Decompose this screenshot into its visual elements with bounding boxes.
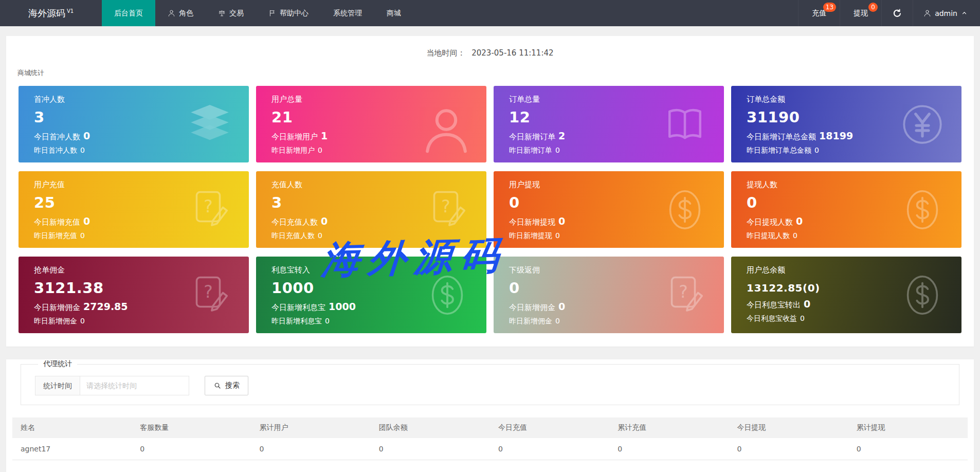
svg-text:?: ? — [204, 196, 213, 216]
stat-card-sub-rebate: 下级返佣0今日新增佣金0昨日新增佣金0? — [494, 257, 724, 333]
stat-card-today-label: 今日新增提现 — [509, 217, 555, 227]
stat-card-yesterday: 昨日新增佣金0 — [34, 317, 249, 326]
yuan-icon — [901, 103, 944, 146]
column-header: 累计充值 — [609, 417, 729, 438]
stat-card-today-value: 2 — [558, 130, 565, 141]
time-filter-label: 统计时间 — [35, 376, 80, 395]
search-icon — [213, 382, 222, 390]
stat-card-today-label: 今日首冲人数 — [34, 132, 80, 142]
stat-card-today-value: 0 — [796, 215, 803, 227]
dollar-icon — [426, 274, 469, 317]
brand-version: V1 — [67, 8, 74, 14]
table-cell: 0 — [490, 438, 609, 460]
user-menu[interactable]: admin — [913, 0, 980, 26]
section-title: 商城统计 — [17, 68, 974, 78]
stat-card-today-label: 今日新增佣金 — [509, 303, 555, 313]
column-header: 今日充值 — [490, 417, 609, 438]
stat-card-today-label: 今日新增利息宝 — [271, 303, 325, 313]
stat-card-interest-transfer-in: 利息宝转入1000今日新增利息宝1000昨日新增利息宝0 — [256, 257, 486, 333]
withdraw-button[interactable]: 提现 0 — [840, 0, 881, 26]
stat-card-today-label: 今日新增订单 — [509, 132, 555, 142]
stat-card-withdraw-users: 提现人数0今日提现人数0昨日提现人数0 — [731, 171, 961, 248]
stat-card-yesterday-value: 0 — [318, 231, 322, 240]
chevron-up-icon — [961, 10, 968, 16]
stat-card-order-total-amount: 订单总金额31190今日新增订单总金额18199昨日新增订单总金额0 — [731, 86, 961, 162]
table-cell: 0 — [609, 438, 729, 460]
nav-item-trade[interactable]: 交易 — [206, 0, 256, 26]
stat-card-user-total-balance: 用户总余额13122.85(0)今日利息宝转出0今日利息宝收益0 — [731, 257, 961, 333]
brand-logo[interactable]: 海外源码 V1 — [0, 0, 102, 26]
stat-card-user-withdraw: 用户提现0今日新增提现0昨日新增提现0 — [494, 171, 724, 248]
column-header: 团队余额 — [371, 417, 490, 438]
nav-item-system-management[interactable]: 系统管理 — [321, 0, 374, 26]
time-filter-input[interactable] — [80, 376, 189, 395]
stat-card-today-value: 1 — [321, 130, 328, 141]
table-cell: 0 — [371, 438, 490, 460]
dollar-icon — [901, 274, 944, 317]
refresh-button[interactable] — [881, 0, 913, 26]
stat-card-today-label: 今日新增佣金 — [34, 303, 80, 313]
stat-card-today-value: 1000 — [329, 301, 356, 312]
table-cell: 0 — [132, 438, 251, 460]
stat-card-yesterday-value: 0 — [800, 314, 805, 322]
svg-text:?: ? — [204, 281, 213, 301]
search-button[interactable]: 搜索 — [205, 376, 248, 395]
username: admin — [935, 9, 957, 17]
stat-card-yesterday-label: 昨日新增用户 — [271, 146, 315, 155]
user-icon — [168, 9, 175, 17]
stat-card-yesterday-label: 今日利息宝收益 — [747, 314, 797, 323]
agent-stats-panel: 代理统计 统计时间 搜索 姓名客服数量累计用户团队余额今日充值累计充值今日提现累… — [6, 359, 974, 472]
stat-card-user-recharge: 用户充值25今日新增充值0昨日新增充值0? — [19, 171, 249, 248]
stat-card-today-value: 0 — [321, 215, 328, 227]
stat-card-yesterday-value: 0 — [80, 146, 85, 154]
nav-item-help-center[interactable]: 帮助中心 — [256, 0, 321, 26]
nav-item-label: 交易 — [229, 9, 244, 18]
main-menu: 后台首页角色交易帮助中心系统管理商城 — [102, 0, 413, 26]
table-cell: agnet17 — [12, 438, 132, 460]
stat-card-yesterday-value: 0 — [555, 231, 560, 240]
nav-item-label: 后台首页 — [114, 9, 143, 18]
recharge-button[interactable]: 充值 13 — [798, 0, 840, 26]
nav-item-mall[interactable]: 商城 — [374, 0, 413, 26]
flag-icon — [268, 9, 276, 17]
nav-item-home[interactable]: 后台首页 — [102, 0, 155, 26]
book-icon — [663, 103, 706, 146]
stat-card-yesterday-value: 0 — [318, 146, 322, 154]
local-time: 当地时间： 2023-05-16 11:11:42 — [6, 36, 974, 58]
stat-card-today-value: 2729.85 — [83, 301, 128, 312]
layers-icon — [188, 103, 231, 146]
file-edit-icon: ? — [188, 274, 231, 317]
nav-item-label: 商城 — [387, 9, 401, 18]
stat-card-yesterday-value: 0 — [80, 231, 85, 240]
search-button-label: 搜索 — [225, 381, 240, 390]
table-cell: 0 — [251, 438, 371, 460]
nav-item-label: 帮助中心 — [280, 9, 308, 18]
nav-item-roles[interactable]: 角色 — [155, 0, 206, 26]
stat-card-today-label: 今日充值人数 — [271, 217, 318, 227]
stat-card-yesterday-label: 昨日新增利息宝 — [271, 317, 322, 326]
file-edit-icon: ? — [188, 188, 231, 231]
stat-card-yesterday-value: 0 — [80, 317, 85, 325]
stat-card-yesterday-value: 0 — [793, 231, 797, 240]
table-cell: 0 — [848, 438, 968, 460]
stat-card-total-orders: 订单总量12今日新增订单2昨日新增订单0 — [494, 86, 724, 162]
agent-table: 姓名客服数量累计用户团队余额今日充值累计充值今日提现累计提现 agnet1700… — [12, 417, 968, 460]
stat-card-today-value: 18199 — [819, 130, 853, 141]
stat-card-yesterday-label: 昨日充值人数 — [271, 231, 315, 241]
stat-card-total-users: 用户总量21今日新增用户1昨日新增用户0 — [256, 86, 486, 162]
withdraw-badge: 0 — [868, 3, 878, 12]
stat-card-yesterday-label: 昨日新增提现 — [509, 231, 552, 241]
stat-card-today-label: 今日新增用户 — [271, 132, 318, 142]
stat-card-today-label: 今日新增订单总金额 — [747, 132, 816, 142]
stat-card-yesterday-label: 昨日新增佣金 — [509, 317, 552, 326]
top-navbar: 海外源码 V1 后台首页角色交易帮助中心系统管理商城 充值 13 提现 0 ad… — [0, 0, 980, 26]
column-header: 今日提现 — [729, 417, 848, 438]
stat-card-yesterday-label: 昨日首冲人数 — [34, 146, 77, 155]
stat-card-today-value: 0 — [83, 215, 90, 227]
stat-card-yesterday-label: 昨日新增佣金 — [34, 317, 77, 326]
agent-stats-fieldset: 代理统计 统计时间 搜索 — [21, 359, 959, 405]
stat-card-yesterday-value: 0 — [555, 317, 560, 325]
stat-card-yesterday: 昨日新增订单0 — [509, 146, 724, 155]
stat-card-yesterday: 昨日充值人数0 — [271, 231, 486, 241]
table-cell: 0 — [729, 438, 848, 460]
